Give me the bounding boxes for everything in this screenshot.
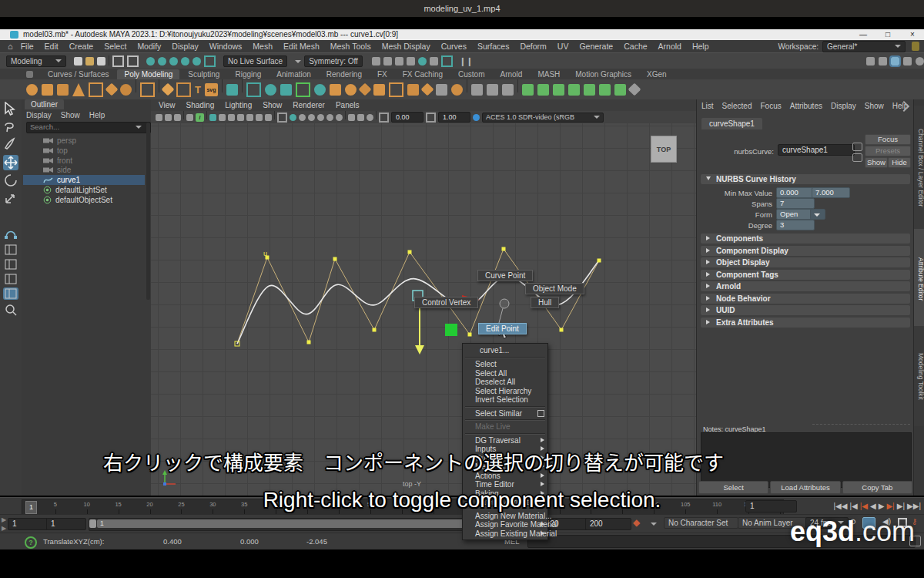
context-item-assign-existing-material[interactable]: Assign Existing Material bbox=[463, 529, 547, 539]
context-item-assign-favorite-material[interactable]: Assign Favorite Material bbox=[463, 520, 547, 529]
scale-tool[interactable] bbox=[3, 190, 18, 206]
select-tool[interactable] bbox=[3, 102, 18, 117]
control-vertex[interactable] bbox=[307, 341, 311, 344]
bridge-icon[interactable] bbox=[358, 83, 371, 96]
presets-button[interactable]: Presets bbox=[865, 146, 911, 156]
menu-mesh[interactable]: Mesh bbox=[253, 42, 273, 51]
cylinder-icon[interactable] bbox=[57, 84, 69, 96]
render-view-icon[interactable] bbox=[407, 57, 415, 66]
viewport-menu-view[interactable]: View bbox=[159, 101, 176, 109]
vp-ao-icon[interactable] bbox=[326, 114, 333, 121]
sphere-icon[interactable] bbox=[26, 84, 38, 96]
viewport-menu-panels[interactable]: Panels bbox=[336, 101, 360, 109]
layout-four-pane-button[interactable] bbox=[3, 258, 18, 271]
snap-plane-icon[interactable] bbox=[181, 57, 189, 66]
measure-icon[interactable] bbox=[265, 84, 276, 96]
current-frame-field[interactable]: 1 bbox=[745, 500, 797, 512]
vp-xray-joints-icon[interactable] bbox=[367, 114, 373, 121]
lock-icon[interactable] bbox=[912, 42, 919, 51]
comp4-icon[interactable] bbox=[568, 84, 580, 96]
footer-copy-tab-button[interactable]: Copy Tab bbox=[842, 481, 912, 494]
ae-menu-focus[interactable]: Focus bbox=[760, 102, 781, 110]
toon-icon[interactable] bbox=[441, 55, 453, 67]
play-backwards-button[interactable]: ◀ bbox=[870, 499, 876, 513]
vp-gate-mask-icon[interactable] bbox=[237, 114, 244, 121]
option-checkbox[interactable] bbox=[537, 410, 544, 417]
section-nurbs-curve-history[interactable]: NURBS Curve History bbox=[701, 174, 910, 184]
context-item-select-all[interactable]: Select All bbox=[463, 369, 547, 378]
render-frame-icon[interactable] bbox=[383, 57, 392, 66]
menu-uv[interactable]: UV bbox=[557, 42, 569, 51]
control-vertex[interactable] bbox=[560, 328, 564, 332]
menu-edit[interactable]: Edit bbox=[45, 42, 59, 51]
shelf-tab-animation[interactable]: Animation bbox=[270, 69, 317, 79]
notes-area[interactable] bbox=[701, 432, 912, 488]
playback-start-field[interactable]: 1 bbox=[46, 518, 86, 530]
menu-surfaces[interactable]: Surfaces bbox=[477, 42, 509, 51]
ae-menu-list[interactable]: List bbox=[701, 102, 714, 110]
menu-edit-mesh[interactable]: Edit Mesh bbox=[283, 42, 320, 51]
ae-menu-attributes[interactable]: Attributes bbox=[790, 102, 822, 110]
layout-outliner-persp-button[interactable] bbox=[3, 287, 18, 300]
workspace-dropdown[interactable]: General* bbox=[822, 41, 906, 52]
modeling-toolkit-toggle-icon[interactable] bbox=[866, 57, 875, 66]
section-component-display[interactable]: Component Display bbox=[701, 246, 910, 256]
torus-icon[interactable] bbox=[89, 82, 103, 97]
context-item-assign-new-material-[interactable]: Assign New Material... bbox=[463, 512, 547, 521]
section-arnold[interactable]: Arnold bbox=[701, 281, 910, 291]
go-to-end-button[interactable]: ▶▶| bbox=[907, 499, 921, 513]
vp-gamma-icon-icon[interactable] bbox=[426, 113, 436, 123]
max-value-field[interactable]: 7.000 bbox=[812, 187, 850, 198]
spans-field[interactable]: 7 bbox=[776, 198, 815, 209]
range-handle-left[interactable] bbox=[89, 519, 96, 528]
step-forward-frame-button[interactable]: ▶| bbox=[897, 499, 905, 513]
outliner-menu-help[interactable]: Help bbox=[89, 111, 105, 119]
control-vertex[interactable] bbox=[373, 328, 377, 332]
curve-edit-icon[interactable] bbox=[471, 84, 483, 96]
hide-button[interactable]: Hide bbox=[888, 157, 911, 168]
vp-field-chart-icon[interactable] bbox=[246, 114, 253, 121]
outliner-item-curve1[interactable]: curve1 bbox=[23, 175, 145, 185]
menu-display[interactable]: Display bbox=[172, 42, 198, 51]
side-tab-modeling-toolkit[interactable]: Modeling Toolkit bbox=[914, 326, 924, 426]
vp-camera-icon[interactable] bbox=[156, 114, 162, 121]
menu-create[interactable]: Create bbox=[69, 42, 94, 51]
comp5-icon[interactable] bbox=[584, 84, 595, 96]
cubepoke-icon[interactable] bbox=[373, 84, 385, 96]
layout-single-button[interactable] bbox=[3, 244, 18, 256]
svg-icon[interactable]: svg bbox=[205, 83, 218, 96]
menu-generate[interactable]: Generate bbox=[579, 42, 613, 51]
step-back-frame-button[interactable]: |◀ bbox=[849, 499, 857, 513]
marking-menu-curve-point[interactable]: Curve Point bbox=[477, 270, 533, 281]
pencil-icon[interactable] bbox=[502, 84, 514, 96]
supershape-icon[interactable] bbox=[226, 84, 238, 96]
shelf-tab-poly-modeling[interactable]: Poly Modeling bbox=[117, 69, 179, 79]
shelf-tab-xgen[interactable]: XGen bbox=[640, 69, 674, 79]
viewport-menu-show[interactable]: Show bbox=[263, 101, 282, 109]
context-item-invert-selection[interactable]: Invert Selection bbox=[463, 395, 547, 405]
bookmark-caret-icon[interactable] bbox=[651, 523, 657, 526]
vp-shadows-icon[interactable] bbox=[317, 114, 324, 121]
wheel-icon[interactable] bbox=[389, 82, 403, 97]
vp-wireframe-icon[interactable] bbox=[277, 113, 287, 123]
vp-image-plane-icon[interactable] bbox=[174, 114, 181, 121]
menu-windows[interactable]: Windows bbox=[209, 42, 243, 51]
colorspace-dropdown[interactable]: ACES 1.0 SDR-video (sRGB bbox=[482, 113, 604, 123]
vp-shaded-icon[interactable] bbox=[290, 114, 296, 121]
next-node-icon[interactable] bbox=[852, 153, 862, 162]
menu-set-dropdown[interactable]: Modeling bbox=[6, 55, 66, 67]
snap-grid-icon[interactable] bbox=[146, 57, 155, 66]
vp-xray-icon[interactable] bbox=[357, 114, 364, 121]
marking-menu-object-mode[interactable]: Object Mode bbox=[525, 283, 584, 294]
vp-select-highlight-icon[interactable] bbox=[186, 114, 193, 121]
vp-pencil-icon[interactable]: / bbox=[196, 113, 204, 122]
vp-safe-action-icon[interactable] bbox=[256, 114, 263, 121]
exposure-field[interactable]: 0.00 bbox=[391, 112, 424, 123]
symmetry-field[interactable]: Symmetry: Off bbox=[304, 55, 363, 67]
close-button[interactable]: × bbox=[901, 29, 924, 40]
vp-film-gate-icon[interactable] bbox=[219, 114, 226, 121]
lasso-tool[interactable] bbox=[3, 119, 18, 135]
step-forward-key-button[interactable]: ▶| bbox=[886, 499, 894, 513]
paint-select-tool[interactable] bbox=[3, 137, 18, 153]
helix-icon[interactable] bbox=[176, 82, 191, 97]
